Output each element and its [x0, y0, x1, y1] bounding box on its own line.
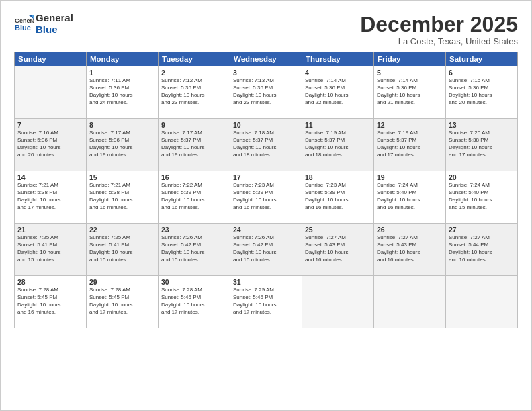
day-number: 28 — [17, 278, 83, 286]
day-number: 9 — [161, 121, 227, 129]
day-detail: Sunrise: 7:20 AM Sunset: 5:38 PM Dayligh… — [449, 130, 515, 158]
day-number: 8 — [89, 121, 155, 129]
calendar-cell: 4Sunrise: 7:14 AM Sunset: 5:36 PM Daylig… — [302, 66, 374, 119]
day-detail: Sunrise: 7:26 AM Sunset: 5:42 PM Dayligh… — [233, 234, 299, 263]
day-detail: Sunrise: 7:28 AM Sunset: 5:45 PM Dayligh… — [17, 287, 83, 316]
header: General Blue General Blue December 2025 … — [14, 13, 518, 46]
day-detail: Sunrise: 7:25 AM Sunset: 5:41 PM Dayligh… — [89, 234, 155, 263]
day-detail: Sunrise: 7:26 AM Sunset: 5:42 PM Dayligh… — [161, 234, 227, 263]
day-number: 17 — [233, 173, 299, 181]
day-number: 26 — [377, 226, 443, 234]
day-detail: Sunrise: 7:19 AM Sunset: 5:37 PM Dayligh… — [305, 130, 371, 158]
day-detail: Sunrise: 7:24 AM Sunset: 5:40 PM Dayligh… — [449, 182, 515, 211]
day-detail: Sunrise: 7:11 AM Sunset: 5:36 PM Dayligh… — [89, 77, 155, 106]
day-number: 24 — [233, 226, 299, 234]
day-number: 4 — [305, 68, 371, 77]
header-row: SundayMondayTuesdayWednesdayThursdayFrid… — [15, 52, 518, 66]
day-detail: Sunrise: 7:28 AM Sunset: 5:45 PM Dayligh… — [89, 287, 155, 316]
week-row-1: 1Sunrise: 7:11 AM Sunset: 5:36 PM Daylig… — [15, 66, 518, 119]
day-number: 20 — [449, 173, 515, 181]
logo-general: General — [36, 12, 73, 24]
day-number: 27 — [449, 226, 515, 234]
day-number: 7 — [17, 121, 83, 129]
header-day-thursday: Thursday — [302, 52, 374, 66]
day-detail: Sunrise: 7:12 AM Sunset: 5:36 PM Dayligh… — [161, 77, 227, 106]
calendar-cell: 19Sunrise: 7:24 AM Sunset: 5:40 PM Dayli… — [374, 171, 446, 224]
calendar-cell: 31Sunrise: 7:29 AM Sunset: 5:46 PM Dayli… — [230, 276, 302, 328]
calendar-cell — [374, 276, 446, 328]
day-detail: Sunrise: 7:15 AM Sunset: 5:36 PM Dayligh… — [449, 77, 515, 106]
week-row-2: 7Sunrise: 7:16 AM Sunset: 5:36 PM Daylig… — [15, 119, 518, 171]
calendar-cell: 8Sunrise: 7:17 AM Sunset: 5:36 PM Daylig… — [87, 119, 159, 171]
day-number: 15 — [89, 173, 155, 181]
day-detail: Sunrise: 7:27 AM Sunset: 5:43 PM Dayligh… — [305, 234, 371, 263]
calendar-cell: 12Sunrise: 7:19 AM Sunset: 5:37 PM Dayli… — [374, 119, 446, 171]
calendar-cell: 23Sunrise: 7:26 AM Sunset: 5:42 PM Dayli… — [159, 224, 230, 276]
calendar-cell: 26Sunrise: 7:27 AM Sunset: 5:43 PM Dayli… — [374, 224, 446, 276]
calendar-cell: 20Sunrise: 7:24 AM Sunset: 5:40 PM Dayli… — [446, 171, 518, 224]
day-detail: Sunrise: 7:19 AM Sunset: 5:37 PM Dayligh… — [377, 130, 443, 158]
day-number: 3 — [233, 68, 299, 77]
day-number: 14 — [17, 173, 83, 181]
logo-icon: General Blue — [14, 14, 34, 34]
logo-blue: Blue — [36, 24, 58, 35]
day-detail: Sunrise: 7:23 AM Sunset: 5:39 PM Dayligh… — [233, 182, 299, 211]
calendar-cell — [446, 276, 518, 328]
calendar-cell: 28Sunrise: 7:28 AM Sunset: 5:45 PM Dayli… — [15, 276, 87, 328]
week-row-5: 28Sunrise: 7:28 AM Sunset: 5:45 PM Dayli… — [15, 276, 518, 328]
week-row-4: 21Sunrise: 7:25 AM Sunset: 5:41 PM Dayli… — [15, 224, 518, 276]
calendar-cell: 2Sunrise: 7:12 AM Sunset: 5:36 PM Daylig… — [159, 66, 230, 119]
day-detail: Sunrise: 7:17 AM Sunset: 5:36 PM Dayligh… — [89, 130, 155, 158]
header-day-friday: Friday — [374, 52, 446, 66]
day-number: 2 — [161, 68, 227, 77]
calendar-cell: 6Sunrise: 7:15 AM Sunset: 5:36 PM Daylig… — [446, 66, 518, 119]
calendar-cell: 21Sunrise: 7:25 AM Sunset: 5:41 PM Dayli… — [15, 224, 87, 276]
day-number: 10 — [233, 121, 299, 129]
day-number: 1 — [89, 68, 155, 77]
day-detail: Sunrise: 7:17 AM Sunset: 5:37 PM Dayligh… — [161, 130, 227, 158]
day-number: 22 — [89, 226, 155, 234]
day-detail: Sunrise: 7:14 AM Sunset: 5:36 PM Dayligh… — [305, 77, 371, 106]
calendar-cell: 27Sunrise: 7:27 AM Sunset: 5:44 PM Dayli… — [446, 224, 518, 276]
day-number: 13 — [449, 121, 515, 129]
day-detail: Sunrise: 7:24 AM Sunset: 5:40 PM Dayligh… — [377, 182, 443, 211]
day-detail: Sunrise: 7:14 AM Sunset: 5:36 PM Dayligh… — [377, 77, 443, 106]
calendar-cell: 25Sunrise: 7:27 AM Sunset: 5:43 PM Dayli… — [302, 224, 374, 276]
svg-text:Blue: Blue — [15, 24, 31, 32]
day-number: 21 — [17, 226, 83, 234]
day-detail: Sunrise: 7:18 AM Sunset: 5:37 PM Dayligh… — [233, 130, 299, 158]
day-detail: Sunrise: 7:22 AM Sunset: 5:39 PM Dayligh… — [161, 182, 227, 211]
day-detail: Sunrise: 7:16 AM Sunset: 5:36 PM Dayligh… — [17, 130, 83, 158]
day-detail: Sunrise: 7:27 AM Sunset: 5:44 PM Dayligh… — [449, 234, 515, 263]
calendar-cell: 13Sunrise: 7:20 AM Sunset: 5:38 PM Dayli… — [446, 119, 518, 171]
calendar-cell: 24Sunrise: 7:26 AM Sunset: 5:42 PM Dayli… — [230, 224, 302, 276]
day-number: 25 — [305, 226, 371, 234]
day-number: 5 — [377, 68, 443, 77]
day-number: 31 — [233, 278, 299, 286]
day-detail: Sunrise: 7:29 AM Sunset: 5:46 PM Dayligh… — [233, 287, 299, 316]
calendar-cell: 29Sunrise: 7:28 AM Sunset: 5:45 PM Dayli… — [87, 276, 159, 328]
header-day-sunday: Sunday — [15, 52, 87, 66]
header-day-tuesday: Tuesday — [159, 52, 230, 66]
day-number: 6 — [449, 68, 515, 77]
header-day-saturday: Saturday — [446, 52, 518, 66]
title-block: December 2025 La Coste, Texas, United St… — [360, 13, 518, 46]
day-detail: Sunrise: 7:21 AM Sunset: 5:38 PM Dayligh… — [89, 182, 155, 211]
calendar-cell: 3Sunrise: 7:13 AM Sunset: 5:36 PM Daylig… — [230, 66, 302, 119]
calendar-cell — [15, 66, 87, 119]
day-number: 23 — [161, 226, 227, 234]
day-detail: Sunrise: 7:23 AM Sunset: 5:39 PM Dayligh… — [305, 182, 371, 211]
calendar-cell: 15Sunrise: 7:21 AM Sunset: 5:38 PM Dayli… — [87, 171, 159, 224]
day-number: 29 — [89, 278, 155, 286]
calendar-cell: 22Sunrise: 7:25 AM Sunset: 5:41 PM Dayli… — [87, 224, 159, 276]
logo: General Blue General Blue — [14, 13, 73, 35]
calendar-cell: 9Sunrise: 7:17 AM Sunset: 5:37 PM Daylig… — [159, 119, 230, 171]
day-number: 18 — [305, 173, 371, 181]
header-day-monday: Monday — [87, 52, 159, 66]
calendar-cell: 5Sunrise: 7:14 AM Sunset: 5:36 PM Daylig… — [374, 66, 446, 119]
header-day-wednesday: Wednesday — [230, 52, 302, 66]
day-detail: Sunrise: 7:13 AM Sunset: 5:36 PM Dayligh… — [233, 77, 299, 106]
calendar-page: General Blue General Blue December 2025 … — [0, 0, 532, 411]
day-number: 19 — [377, 173, 443, 181]
calendar-cell: 1Sunrise: 7:11 AM Sunset: 5:36 PM Daylig… — [87, 66, 159, 119]
